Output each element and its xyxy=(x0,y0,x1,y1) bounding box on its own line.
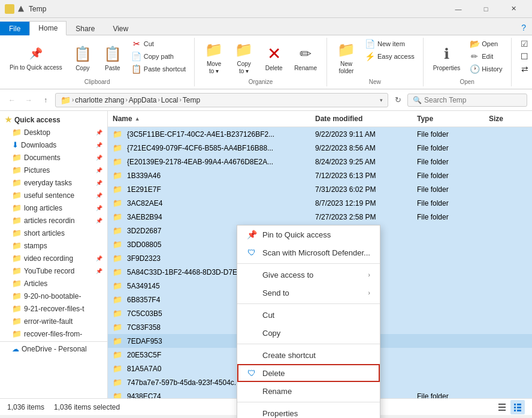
item-count: 1,036 items xyxy=(7,403,44,411)
sidebar-item-error-write-fault[interactable]: 📁 error-write-fault xyxy=(0,315,107,327)
help-button[interactable]: ? xyxy=(515,20,532,35)
file-type: File folder xyxy=(412,198,484,209)
table-row[interactable]: 📁 {3C5F11BE-CF17-40C2-A4E1-B237126BF2...… xyxy=(108,127,532,141)
paste-button[interactable]: 📋 Paste xyxy=(98,38,127,77)
sidebar-item-useful-sentence[interactable]: 📁 useful sentence 📌 xyxy=(0,189,107,202)
copy-to-button[interactable]: 📁 Copyto ▾ xyxy=(229,38,258,77)
refresh-button[interactable]: ↻ xyxy=(391,93,405,107)
sidebar-item-long-articles[interactable]: 📁 long articles 📌 xyxy=(0,202,107,214)
properties-icon: ℹ xyxy=(437,44,456,64)
sidebar-item-video-recording[interactable]: 📁 video recording 📌 xyxy=(0,252,107,264)
table-row[interactable]: 📁 3AEB2B94 7/27/2023 2:58 PM File folder xyxy=(108,210,532,224)
path-dropdown-icon[interactable]: ▾ xyxy=(380,97,383,103)
back-button[interactable]: ← xyxy=(5,93,19,107)
sidebar-item-9-20[interactable]: 📁 9-20-no-bootable- xyxy=(0,290,107,302)
sidebar-item-documents[interactable]: 📁 Documents 📌 xyxy=(0,151,107,164)
context-copy[interactable]: Copy xyxy=(237,324,380,342)
easy-access-button[interactable]: ⚡ Easy access xyxy=(362,50,418,62)
sidebar-item-stamps[interactable]: 📁 stamps xyxy=(0,239,107,252)
sidebar-item-onedrive[interactable]: ☁ OneDrive - Personal xyxy=(0,343,107,355)
file-name: 3F9D2323 xyxy=(127,254,161,263)
path-part-3[interactable]: Local xyxy=(161,96,179,104)
context-item-label: Send to xyxy=(262,288,289,297)
file-date: 7/31/2023 6:02 PM xyxy=(310,184,412,195)
search-box[interactable]: 🔍 xyxy=(407,94,527,107)
edit-label: Edit xyxy=(482,53,493,60)
context-pin-to-quick-access[interactable]: 📌 Pin to Quick access xyxy=(237,225,380,243)
col-name[interactable]: Name ▲ xyxy=(108,113,310,124)
file-date: 9/22/2023 9:11 AM xyxy=(310,129,412,140)
file-size xyxy=(484,368,532,370)
sidebar-item-everyday-tasks[interactable]: 📁 everyday tasks 📌 xyxy=(0,176,107,189)
select-all-button[interactable]: ☑ Select all xyxy=(516,38,532,50)
edit-button[interactable]: ✏ Edit xyxy=(466,50,506,62)
table-row[interactable]: 📁 1B339A46 7/12/2023 6:13 PM File folder xyxy=(108,169,532,182)
context-scan-defender[interactable]: 🛡 Scan with Microsoft Defender... xyxy=(237,243,380,261)
address-bar: ← → ↑ 📁 › charlotte zhang › AppData › Lo… xyxy=(0,89,532,111)
sidebar-item-articles[interactable]: 📁 Articles xyxy=(0,277,107,290)
search-input[interactable] xyxy=(424,96,522,104)
context-create-shortcut[interactable]: Create shortcut xyxy=(237,346,380,364)
col-size[interactable]: Size xyxy=(484,113,532,124)
table-row[interactable]: 📁 {721EC499-079F-4CF6-B585-AA4BF16B88...… xyxy=(108,141,532,155)
list-view-button[interactable] xyxy=(495,400,509,414)
path-part-1[interactable]: charlotte zhang xyxy=(75,96,124,104)
sidebar-item-desktop[interactable]: 📁 Desktop 📌 xyxy=(0,126,107,139)
context-properties[interactable]: Properties xyxy=(237,404,380,418)
tab-home[interactable]: Home xyxy=(29,21,66,35)
history-button[interactable]: 🕐 History xyxy=(466,63,506,75)
open-button[interactable]: 📂 Open xyxy=(466,38,506,50)
properties-button[interactable]: ℹ Properties xyxy=(428,38,466,77)
tab-file[interactable]: File xyxy=(0,22,29,35)
sidebar-item-recover-files[interactable]: 📁 recover-files-from- xyxy=(0,327,107,340)
context-rename[interactable]: Rename xyxy=(237,382,380,400)
path-part-4[interactable]: Temp xyxy=(183,96,200,104)
folder-icon: 📁 xyxy=(113,171,122,180)
table-row[interactable]: 📁 1E291E7F 7/31/2023 6:02 PM File folder xyxy=(108,182,532,196)
delete-button[interactable]: ✕ Delete xyxy=(259,38,288,77)
new-item-button[interactable]: 📄 New item xyxy=(362,38,418,50)
rename-button[interactable]: ✏ Rename xyxy=(289,38,322,77)
sidebar-item-short-articles[interactable]: 📁 short articles xyxy=(0,227,107,239)
rename-icon: ✏ xyxy=(296,44,315,64)
copy-icon xyxy=(247,328,256,338)
copy-button-large[interactable]: 📋 Copy xyxy=(68,38,97,77)
details-view-button[interactable] xyxy=(510,400,525,414)
forward-button[interactable]: → xyxy=(22,93,36,107)
select-none-button[interactable]: ☐ Select none xyxy=(516,50,532,62)
close-button[interactable]: ✕ xyxy=(500,0,527,18)
new-folder-button[interactable]: 📁 Newfolder xyxy=(332,38,361,77)
tab-share[interactable]: Share xyxy=(66,22,104,35)
sidebar-item-pictures[interactable]: 📁 Pictures 📌 xyxy=(0,164,107,176)
path-part-2[interactable]: AppData xyxy=(129,96,157,104)
sidebar-item-articles-recordin[interactable]: 📁 articles recordin 📌 xyxy=(0,214,107,227)
file-size xyxy=(484,161,532,163)
col-date[interactable]: Date modified xyxy=(310,113,412,124)
copy-path-button[interactable]: 📄 Copy path xyxy=(128,50,189,62)
paste-label: Paste xyxy=(105,65,120,71)
context-send-to[interactable]: Send to › xyxy=(237,284,380,302)
cut-button[interactable]: ✂ Cut xyxy=(128,38,189,50)
pin-to-quick-access-button[interactable]: 📌 Pin to Quick access xyxy=(5,38,67,77)
quick-access-header[interactable]: ★ Quick access xyxy=(0,113,107,126)
file-type xyxy=(412,368,484,370)
context-cut[interactable]: Cut xyxy=(237,306,380,324)
address-path[interactable]: 📁 › charlotte zhang › AppData › Local › … xyxy=(55,93,388,107)
col-type[interactable]: Type xyxy=(412,113,484,124)
sidebar-item-youtube-record[interactable]: 📁 YouTube record 📌 xyxy=(0,264,107,277)
tab-view[interactable]: View xyxy=(104,22,137,35)
sidebar-item-downloads[interactable]: ⬇ Downloads 📌 xyxy=(0,139,107,151)
up-button[interactable]: ↑ xyxy=(38,93,53,107)
maximize-button[interactable]: □ xyxy=(472,0,500,18)
paste-shortcut-button[interactable]: 📋 Paste shortcut xyxy=(128,63,189,75)
minimize-button[interactable]: — xyxy=(445,0,472,18)
move-to-button[interactable]: 📁 Moveto ▾ xyxy=(200,38,228,77)
new-label: New xyxy=(332,79,418,86)
invert-selection-button[interactable]: ⇄ Invert selection xyxy=(516,63,532,75)
context-give-access[interactable]: Give access to › xyxy=(237,266,380,284)
sidebar-item-9-21[interactable]: 📁 9-21-recover-files-t xyxy=(0,302,107,315)
context-delete[interactable]: 🛡 Delete xyxy=(237,364,380,382)
table-row[interactable]: 📁 {E20139E9-2178-4EAB-99A4-A4676D8E2A...… xyxy=(108,155,532,169)
context-separator-1 xyxy=(237,263,380,264)
table-row[interactable]: 📁 3AC82AE4 8/7/2023 12:19 PM File folder xyxy=(108,196,532,210)
